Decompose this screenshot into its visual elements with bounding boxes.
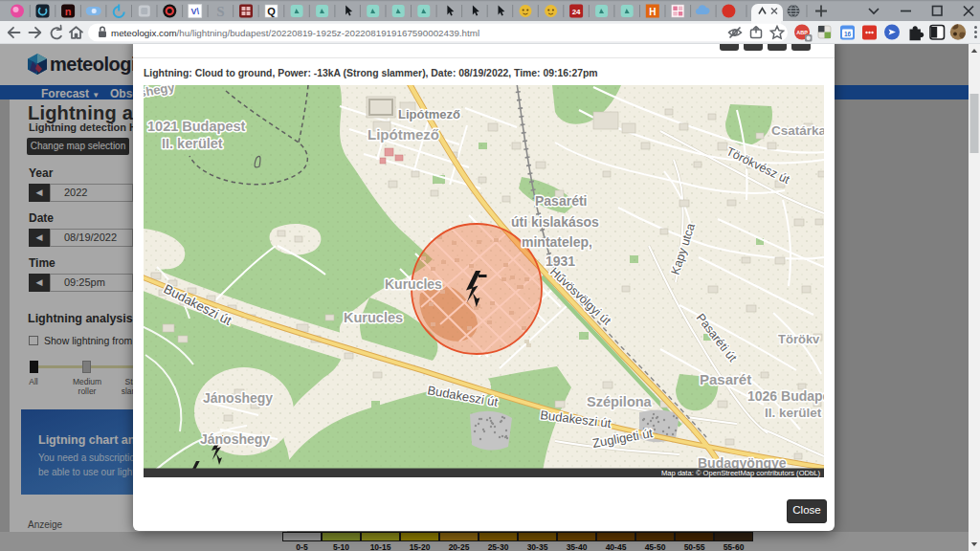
svg-text:Jánoshegy: Jánoshegy (203, 390, 273, 406)
svg-text:Jánoshegy: Jánoshegy (200, 431, 270, 447)
svg-text:Kurucles: Kurucles (385, 276, 442, 292)
svg-text:Q: Q (267, 6, 276, 17)
svg-text:S: S (216, 4, 224, 19)
svg-text:Csatárka: Csatárka (771, 123, 824, 138)
svg-text:H: H (649, 7, 656, 17)
svg-text:1021 Budapest: 1021 Budapest (147, 119, 246, 134)
svg-text:V\: V\ (191, 7, 200, 16)
svg-text:Pasaréti: Pasaréti (535, 193, 587, 209)
svg-text:1931: 1931 (546, 253, 575, 269)
svg-text:1026 Budapest: 1026 Budapest (747, 388, 824, 404)
svg-text:Lipótmező: Lipótmező (398, 107, 460, 121)
svg-text:Szépilona: Szépilona (587, 394, 653, 409)
svg-text:II. kerület: II. kerület (162, 136, 223, 151)
svg-text:16: 16 (844, 31, 852, 37)
svg-text:24: 24 (572, 8, 581, 16)
svg-text:úti kislakásos: úti kislakásos (511, 214, 599, 230)
svg-text:Lipótmező: Lipótmező (368, 126, 439, 143)
svg-text:II. kerület: II. kerület (765, 406, 822, 420)
svg-text:meteologix.com/hu/lightning/bu: meteologix.com/hu/lightning/budapest/202… (111, 28, 479, 38)
svg-text:Pasarét: Pasarét (700, 371, 751, 387)
svg-text:Map data: © OpenStreetMap cont: Map data: © OpenStreetMap contributors (… (661, 469, 820, 477)
svg-text:mintatelep,: mintatelep, (522, 234, 592, 250)
svg-text:n: n (65, 6, 72, 17)
svg-text:Törökv: Törökv (778, 332, 820, 346)
svg-text:Kurucles: Kurucles (344, 310, 403, 325)
